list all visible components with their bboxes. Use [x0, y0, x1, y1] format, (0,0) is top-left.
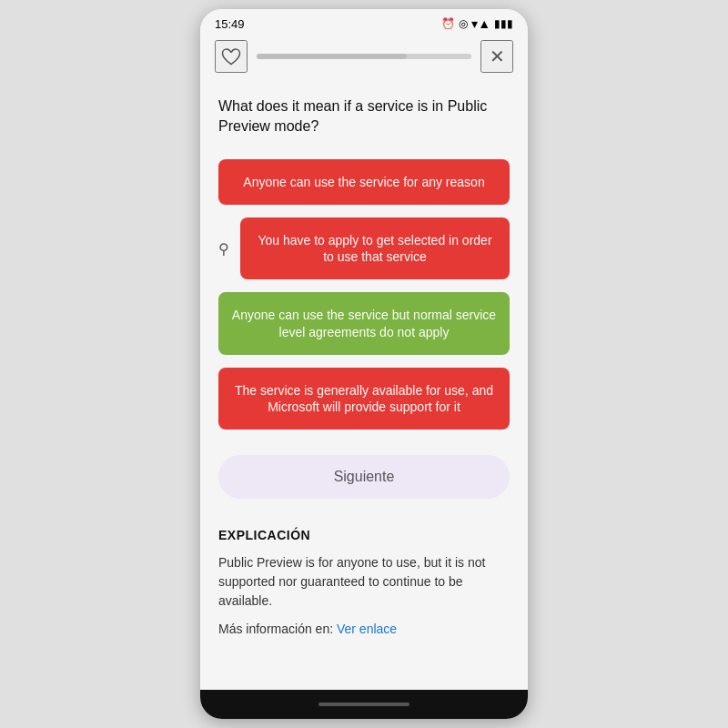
answer-row-2: ⚲ You have to apply to get selected in o…: [218, 217, 510, 279]
status-bar: 15:49 ⏰ ◎ ▾▲ ▮▮▮: [200, 9, 528, 35]
close-icon: ✕: [490, 46, 505, 67]
more-info: Más información en: Ver enlace: [218, 622, 510, 636]
bottom-handle: [318, 703, 410, 706]
progress-bar: [257, 54, 471, 59]
question-text: What does it mean if a service is in Pub…: [218, 96, 510, 137]
answers-list: Anyone can use the service for any reaso…: [218, 159, 510, 430]
more-info-link[interactable]: Ver enlace: [337, 622, 397, 636]
more-info-label: Más información en:: [218, 622, 333, 636]
explanation-section: EXPLICACIÓN Public Preview is for anyone…: [218, 521, 510, 636]
answer-row-1: Anyone can use the service for any reaso…: [218, 159, 510, 205]
location-icon: ◎: [459, 17, 468, 30]
answer-button-4[interactable]: The service is generally available for u…: [218, 368, 510, 430]
answer-button-1[interactable]: Anyone can use the service for any reaso…: [218, 159, 510, 205]
pin-icon: ⚲: [218, 240, 233, 258]
bottom-bar: [200, 690, 528, 719]
explanation-title: EXPLICACIÓN: [218, 528, 510, 542]
status-icons: ⏰ ◎ ▾▲ ▮▮▮: [441, 16, 513, 31]
top-bar: ✕: [200, 35, 528, 82]
alarm-icon: ⏰: [441, 17, 455, 30]
progress-bar-fill: [257, 54, 407, 59]
content-area: What does it mean if a service is in Pub…: [200, 82, 528, 690]
battery-icon: ▮▮▮: [494, 17, 513, 30]
favorite-button[interactable]: [215, 40, 248, 73]
phone-frame: 15:49 ⏰ ◎ ▾▲ ▮▮▮ ✕ What does it mean if …: [200, 9, 528, 719]
next-button[interactable]: Siguiente: [218, 455, 510, 499]
wifi-icon: ▾▲: [471, 16, 490, 31]
status-time: 15:49: [215, 17, 245, 31]
close-button[interactable]: ✕: [480, 40, 513, 73]
answer-button-3[interactable]: Anyone can use the service but normal se…: [218, 292, 510, 354]
answer-row-4: The service is generally available for u…: [218, 368, 510, 430]
answer-button-2[interactable]: You have to apply to get selected in ord…: [240, 217, 510, 279]
answer-row-3: Anyone can use the service but normal se…: [218, 292, 510, 354]
explanation-text: Public Preview is for anyone to use, but…: [218, 553, 510, 611]
